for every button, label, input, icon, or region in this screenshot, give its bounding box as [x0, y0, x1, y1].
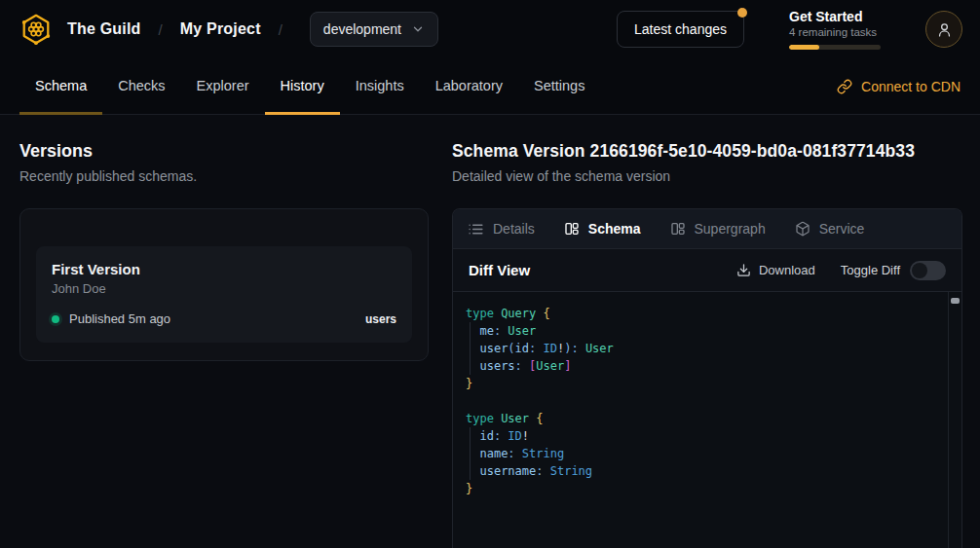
tab-settings[interactable]: Settings	[518, 58, 600, 115]
detail-tab-details[interactable]: Details	[468, 221, 535, 237]
nav-tabs: SchemaChecksExplorerHistoryInsightsLabor…	[19, 58, 600, 114]
progress-fill	[789, 45, 819, 50]
connect-to-cdn-label: Connect to CDN	[861, 79, 961, 94]
detail-tab-supergraph[interactable]: Supergraph	[670, 221, 766, 237]
tab-history[interactable]: History	[265, 58, 340, 115]
diff-view-toolbar: Diff View Download Toggle Diff	[453, 249, 961, 291]
header-right: Latest changes Get Started 4 remaining t…	[617, 9, 962, 50]
header: The Guild / My Project / development Lat…	[0, 0, 980, 58]
get-started-subtitle: 4 remaining tasks	[789, 26, 881, 38]
code-scrollbar[interactable]	[948, 292, 961, 548]
versions-title: Versions	[19, 141, 429, 162]
get-started-progressbar	[789, 45, 881, 50]
versions-subtitle: Recently published schemas.	[19, 168, 429, 184]
breadcrumb-separator: /	[275, 21, 286, 38]
cube-icon	[795, 221, 810, 237]
nav-tab-label: Laboratory	[435, 78, 503, 93]
target-selector-value: development	[323, 21, 401, 37]
detail-tab-label: Schema	[588, 221, 641, 237]
main-content: Versions Recently published schemas. Fir…	[0, 115, 980, 548]
latest-changes-label: Latest changes	[634, 21, 727, 37]
version-name: First Version	[52, 261, 396, 277]
columns-icon	[670, 221, 686, 237]
detail-tab-label: Service	[819, 221, 865, 237]
versions-list-card: First Version John Doe Published 5m ago …	[19, 208, 429, 361]
download-icon	[736, 263, 751, 277]
diff-actions: Download Toggle Diff	[736, 261, 946, 280]
schema-version-detail-card: DetailsSchemaSupergraphService Diff View…	[452, 208, 962, 548]
org-breadcrumb[interactable]: The Guild	[67, 20, 141, 38]
tab-explorer[interactable]: Explorer	[181, 58, 265, 115]
breadcrumb-separator: /	[155, 21, 167, 38]
schema-version-panel: Schema Version 2166196f-5e10-4059-bd0a-0…	[452, 115, 962, 548]
list-icon	[468, 221, 484, 237]
schema-version-subtitle: Detailed view of the schema version	[452, 168, 962, 184]
version-list-item[interactable]: First Version John Doe Published 5m ago …	[36, 246, 412, 343]
tab-insights[interactable]: Insights	[340, 58, 420, 115]
nav-bar: SchemaChecksExplorerHistoryInsightsLabor…	[0, 58, 980, 115]
version-status-row: Published 5m ago users	[52, 311, 396, 326]
versions-panel: Versions Recently published schemas. Fir…	[19, 115, 429, 548]
detail-tabs: DetailsSchemaSupergraphService	[453, 209, 961, 249]
user-avatar-button[interactable]	[925, 11, 962, 48]
detail-tab-label: Details	[493, 221, 535, 237]
latest-changes-button[interactable]: Latest changes	[617, 11, 744, 48]
nav-tab-label: Explorer	[197, 78, 249, 93]
code-content: type Query { me: User user(id: ID!): Use…	[453, 292, 961, 509]
schema-code-viewer[interactable]: type Query { me: User user(id: ID!): Use…	[453, 291, 961, 548]
link-icon	[837, 79, 852, 94]
toggle-diff-switch[interactable]	[910, 261, 946, 280]
hive-logo-icon[interactable]	[18, 12, 54, 48]
app-window: The Guild / My Project / development Lat…	[0, 0, 980, 548]
download-label: Download	[759, 263, 815, 277]
diff-view-title: Diff View	[469, 262, 530, 278]
tab-laboratory[interactable]: Laboratory	[420, 58, 518, 115]
nav-tab-label: History	[281, 78, 324, 93]
target-selector-dropdown[interactable]: development	[310, 12, 438, 47]
detail-tab-service[interactable]: Service	[795, 221, 865, 237]
nav-tab-label: Insights	[356, 78, 404, 93]
version-service-badge: users	[365, 312, 396, 326]
nav-tab-label: Checks	[118, 78, 165, 93]
project-breadcrumb[interactable]: My Project	[180, 20, 261, 38]
scrollbar-thumb[interactable]	[951, 298, 960, 304]
tab-schema[interactable]: Schema	[19, 58, 102, 115]
columns-icon	[564, 221, 580, 237]
nav-tab-label: Settings	[534, 78, 584, 93]
version-status: Published 5m ago	[69, 311, 170, 326]
notification-dot	[737, 8, 747, 18]
switch-knob	[912, 263, 927, 278]
version-author: John Doe	[52, 281, 396, 296]
schema-version-title: Schema Version 2166196f-5e10-4059-bd0a-0…	[452, 141, 962, 162]
toggle-diff-group: Toggle Diff	[841, 261, 946, 280]
get-started-title: Get Started	[789, 9, 881, 24]
published-status-dot	[52, 315, 59, 323]
detail-tab-schema[interactable]: Schema	[564, 221, 641, 237]
get-started-widget[interactable]: Get Started 4 remaining tasks	[789, 9, 881, 50]
connect-to-cdn-button[interactable]: Connect to CDN	[837, 58, 961, 114]
person-icon	[936, 21, 953, 38]
detail-tab-label: Supergraph	[695, 221, 766, 237]
download-button[interactable]: Download	[736, 263, 815, 277]
nav-tab-label: Schema	[35, 78, 87, 93]
chevron-down-icon	[411, 22, 425, 36]
tab-checks[interactable]: Checks	[102, 58, 180, 115]
toggle-diff-label: Toggle Diff	[841, 263, 900, 277]
